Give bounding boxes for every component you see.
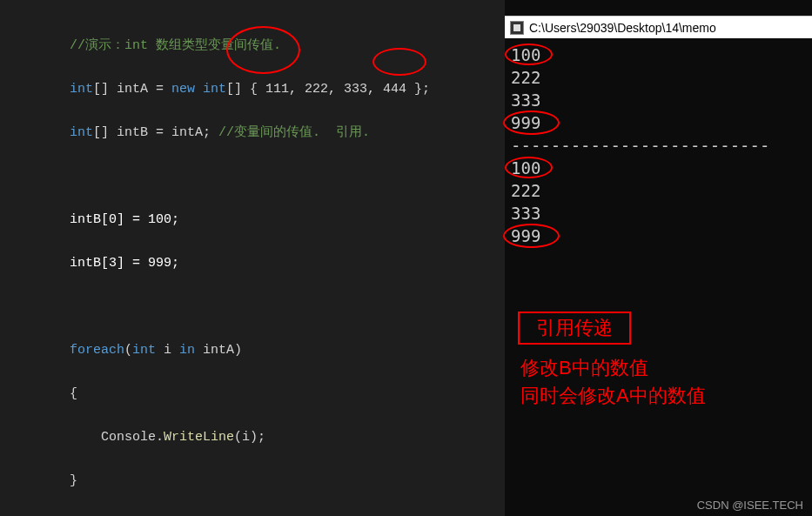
annotation-ellipse	[372, 48, 426, 76]
annotation-ellipse	[505, 44, 553, 65]
annotation-ellipse	[503, 111, 560, 135]
console-line: 333	[511, 202, 769, 224]
annotation-ellipse	[505, 157, 553, 178]
annotation-text: 修改B中的数值	[520, 355, 648, 381]
console-title-text: C:\Users\29039\Desktop\14\memo	[529, 21, 716, 35]
code-editor: //演示：int 数组类型变量间传值. int[] intA = new int…	[0, 0, 505, 516]
console-line: --------------------------	[511, 134, 769, 157]
console-line: 222	[511, 66, 769, 89]
console-titlebar[interactable]: C:\Users\29039\Desktop\14\memo	[505, 16, 812, 38]
console-line: 333	[511, 89, 769, 111]
annotation-box: 引用传递	[518, 312, 631, 345]
annotation-text: 同时会修改A中的数值	[520, 383, 706, 409]
console-app-icon	[510, 21, 524, 35]
annotation-ellipse	[503, 224, 560, 248]
console-output: 100 222 333 999 ------------------------…	[511, 44, 769, 247]
annotation-box-label: 引用传递	[536, 315, 613, 341]
annotation-ellipse	[226, 26, 300, 74]
watermark: CSDN @ISEE.TECH	[697, 499, 803, 512]
console-line: 222	[511, 179, 769, 202]
